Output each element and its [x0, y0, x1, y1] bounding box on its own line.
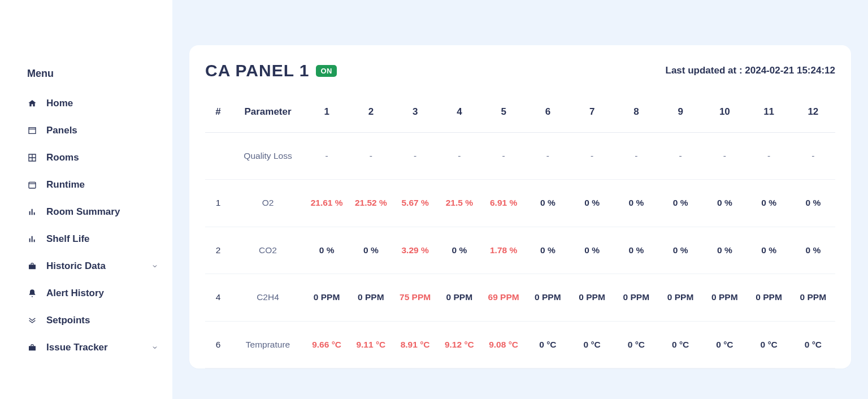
value-cell: 0 °C	[791, 321, 835, 368]
table-row: 6Temprature9.66 °C9.11 °C8.91 °C9.12 °C9…	[205, 321, 835, 368]
value-cell: 1.78 %	[481, 227, 526, 274]
sidebar-item-room-summary[interactable]: Room Summary	[0, 198, 172, 225]
sidebar-item-historic-data[interactable]: Historic Data	[0, 253, 172, 280]
col-header: 7	[570, 96, 614, 133]
value-cell: 0 °C	[747, 321, 791, 368]
sidebar-item-shelf-life[interactable]: Shelf Life	[0, 225, 172, 253]
value-cell: 0 PPM	[437, 274, 481, 321]
table-row: Quality Loss------------	[205, 133, 835, 180]
last-updated: Last updated at : 2024-02-21 15:24:12	[666, 65, 835, 76]
parameter-name: CO2	[231, 227, 305, 274]
value-cell: 21.5 %	[437, 180, 481, 227]
value-cell: 21.52 %	[349, 180, 393, 227]
value-cell: 0 %	[702, 227, 747, 274]
sidebar-item-label: Runtime	[46, 179, 159, 190]
grid-icon	[27, 153, 37, 163]
value-cell: 0 °C	[658, 321, 702, 368]
parameter-name: Quality Loss	[231, 133, 305, 180]
value-cell: -	[349, 133, 393, 180]
value-cell: -	[658, 133, 702, 180]
bell-icon	[27, 288, 37, 298]
panel-header: CA PANEL 1 ON Last updated at : 2024-02-…	[205, 61, 835, 80]
value-cell: -	[614, 133, 658, 180]
sidebar-item-label: Panels	[46, 125, 159, 136]
col-header: 3	[393, 96, 437, 133]
col-header-parameter: Parameter	[231, 96, 305, 133]
row-idx: 1	[205, 180, 231, 227]
value-cell: 0 %	[526, 227, 570, 274]
value-cell: 0 %	[349, 227, 393, 274]
value-cell: 0 PPM	[658, 274, 702, 321]
sidebar-item-label: Issue Tracker	[46, 342, 142, 353]
value-cell: 3.29 %	[393, 227, 437, 274]
bar-chart-icon	[27, 207, 37, 217]
table-row: 2CO20 %0 %3.29 %0 %1.78 %0 %0 %0 %0 %0 %…	[205, 227, 835, 274]
value-cell: 0 %	[747, 227, 791, 274]
value-cell: 0 %	[791, 227, 835, 274]
status-badge: ON	[316, 65, 337, 77]
chevron-down-icon	[151, 344, 159, 352]
value-cell: 9.08 °C	[481, 321, 526, 368]
col-header: 8	[614, 96, 658, 133]
sidebar-item-label: Setpoints	[46, 315, 159, 326]
sidebar-item-issue-tracker[interactable]: Issue Tracker	[0, 334, 172, 361]
value-cell: 9.11 °C	[349, 321, 393, 368]
value-cell: 0 PPM	[570, 274, 614, 321]
parameter-name: C2H4	[231, 274, 305, 321]
sidebar-item-runtime[interactable]: Runtime	[0, 171, 172, 198]
bar-chart-icon	[27, 234, 37, 244]
row-idx: 4	[205, 274, 231, 321]
value-cell: 0 %	[570, 227, 614, 274]
value-cell: -	[791, 133, 835, 180]
value-cell: 0 PPM	[526, 274, 570, 321]
col-header: 5	[481, 96, 526, 133]
value-cell: 6.91 %	[481, 180, 526, 227]
value-cell: -	[702, 133, 747, 180]
col-header: 9	[658, 96, 702, 133]
value-cell: -	[747, 133, 791, 180]
value-cell: 0 %	[526, 180, 570, 227]
value-cell: 0 PPM	[614, 274, 658, 321]
sidebar-item-label: Historic Data	[46, 261, 142, 272]
value-cell: 0 °C	[702, 321, 747, 368]
value-cell: 75 PPM	[393, 274, 437, 321]
col-header: 10	[702, 96, 747, 133]
value-cell: 0 PPM	[349, 274, 393, 321]
value-cell: 0 °C	[570, 321, 614, 368]
value-cell: 0 %	[791, 180, 835, 227]
sidebar-item-alert-history[interactable]: Alert History	[0, 280, 172, 307]
parameter-name: Temprature	[231, 321, 305, 368]
chevron-down-icon	[151, 262, 159, 270]
panel-icon	[27, 125, 37, 136]
value-cell: -	[526, 133, 570, 180]
sidebar-item-setpoints[interactable]: Setpoints	[0, 307, 172, 334]
briefcase-icon	[27, 342, 37, 353]
value-cell: 8.91 °C	[393, 321, 437, 368]
col-header: 11	[747, 96, 791, 133]
sidebar-item-label: Home	[46, 98, 159, 109]
value-cell: -	[437, 133, 481, 180]
value-cell: 0 %	[702, 180, 747, 227]
value-cell: -	[305, 133, 349, 180]
value-cell: 0 %	[305, 227, 349, 274]
calendar-icon	[27, 180, 37, 190]
row-idx: 2	[205, 227, 231, 274]
svg-rect-0	[29, 182, 36, 188]
table-row: 1O221.61 %21.52 %5.67 %21.5 %6.91 %0 %0 …	[205, 180, 835, 227]
col-header-idx: #	[205, 96, 231, 133]
value-cell: 0 %	[570, 180, 614, 227]
value-cell: 0 °C	[614, 321, 658, 368]
value-cell: -	[393, 133, 437, 180]
sidebar-item-panels[interactable]: Panels	[0, 117, 172, 144]
value-cell: 0 %	[614, 180, 658, 227]
sidebar-item-rooms[interactable]: Rooms	[0, 144, 172, 171]
value-cell: 0 %	[747, 180, 791, 227]
value-cell: 0 PPM	[791, 274, 835, 321]
value-cell: 0 %	[658, 227, 702, 274]
table-row: 4C2H40 PPM0 PPM75 PPM0 PPM69 PPM0 PPM0 P…	[205, 274, 835, 321]
sidebar-heading: Menu	[0, 68, 172, 90]
main-content: CA PANEL 1 ON Last updated at : 2024-02-…	[172, 0, 868, 399]
row-idx	[205, 133, 231, 180]
sidebar-item-home[interactable]: Home	[0, 90, 172, 117]
sidebar-item-label: Shelf Life	[46, 233, 159, 245]
